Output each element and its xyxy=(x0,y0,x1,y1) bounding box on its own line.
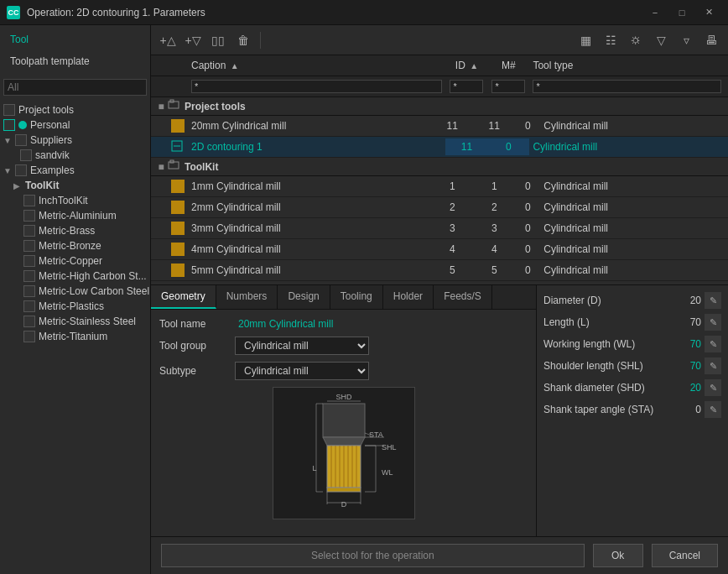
duplicate-button[interactable]: ▯▯ xyxy=(206,29,230,52)
col-header-caption[interactable]: Caption ▲ xyxy=(188,57,445,74)
prop-row-length: Length (L) 70 ✎ xyxy=(543,314,721,331)
prop-row-shoulder-length: Shoulder length (SHL) 70 ✎ xyxy=(543,357,721,374)
detail-left: Geometry Numbers Design Tooling Holder F… xyxy=(151,285,537,536)
maximize-button[interactable]: □ xyxy=(669,4,694,21)
shl-edit-button[interactable]: ✎ xyxy=(705,357,721,374)
col-header-mhash: M# xyxy=(487,57,529,74)
search-input[interactable] xyxy=(3,79,147,96)
col-header-type: Tool type xyxy=(529,57,725,74)
svg-text:D: D xyxy=(341,500,346,509)
tool-row-2d-contouring[interactable]: 2D contouring 1 11 0 Cylindrical mill xyxy=(151,137,728,158)
form-row-tool-name: Tool name 20mm Cylindrical mill xyxy=(159,318,528,330)
detail-content: Tool name 20mm Cylindrical mill Tool gro… xyxy=(151,310,536,536)
tab-tooling[interactable]: Tooling xyxy=(330,285,383,309)
tree-item-metric-bronze[interactable]: Metric-Bronze xyxy=(0,238,150,253)
length-edit-button[interactable]: ✎ xyxy=(705,314,721,331)
ok-button[interactable]: Ok xyxy=(593,544,643,567)
tool-row-3mm[interactable]: 3mm Cylindrical mill 3 3 0 Cylindrical m… xyxy=(151,218,728,239)
prop-row-working-length: Working length (WL) 70 ✎ xyxy=(543,336,721,352)
filter3-button[interactable]: ▿ xyxy=(674,29,698,52)
col-header-id[interactable]: ID ▲ xyxy=(445,57,487,74)
tab-geometry[interactable]: Geometry xyxy=(151,285,216,309)
delete-button[interactable]: 🗑 xyxy=(231,29,255,52)
tree-item-metric-titanium[interactable]: Metric-Titanium xyxy=(0,329,150,344)
tree-item-metric-brass[interactable]: Metric-Brass xyxy=(0,223,150,238)
tools-toolbar: +△ +▽ ▯▯ 🗑 ▦ ☷ ⛭ ▽ ▿ 🖶 xyxy=(151,25,728,55)
group-toolkit[interactable]: ■ ToolKit xyxy=(151,158,728,176)
wl-edit-button[interactable]: ✎ xyxy=(705,336,721,352)
tree-item-suppliers[interactable]: ▼ Suppliers xyxy=(0,133,150,148)
shd-edit-button[interactable]: ✎ xyxy=(705,379,721,396)
prop-row-shank-diameter: Shank diameter (SHD) 20 ✎ xyxy=(543,379,721,396)
close-button[interactable]: ✕ xyxy=(696,4,721,21)
app-icon: CC xyxy=(7,6,20,19)
tool-group-select[interactable]: Cylindrical mill xyxy=(235,337,369,355)
form-row-subtype: Subtype Cylindrical mill xyxy=(159,362,528,380)
sta-edit-button[interactable]: ✎ xyxy=(705,401,721,418)
svg-text:SHL: SHL xyxy=(382,443,397,451)
group-project-tools[interactable]: ■ Project tools xyxy=(151,97,728,116)
svg-text:WL: WL xyxy=(382,468,393,477)
tool-row-2mm[interactable]: 2mm Cylindrical mill 2 2 0 Cylindrical m… xyxy=(151,197,728,218)
minimize-button[interactable]: − xyxy=(642,4,668,21)
detail-right: Diameter (D) 20 ✎ Length (L) 70 ✎ Workin… xyxy=(537,285,728,536)
tree-item-personal[interactable]: Personal xyxy=(0,117,150,133)
filter-mhash-input[interactable] xyxy=(491,80,525,93)
columns-button[interactable]: ☷ xyxy=(599,29,622,52)
filter-type-input[interactable] xyxy=(533,80,721,93)
tab-tool[interactable]: Tool xyxy=(0,29,150,50)
tab-holder[interactable]: Holder xyxy=(383,285,434,309)
tab-design[interactable]: Design xyxy=(278,285,330,309)
tree-item-metric-lowcarbon[interactable]: Metric-Low Carbon Steel xyxy=(0,284,150,299)
svg-rect-20 xyxy=(327,488,361,492)
right-panel: +△ +▽ ▯▯ 🗑 ▦ ☷ ⛭ ▽ ▿ 🖶 Caption ▲ ID ▲ xyxy=(151,25,728,574)
filter-caption-input[interactable] xyxy=(191,80,442,93)
svg-text:SHD: SHD xyxy=(335,393,352,401)
form-row-tool-group: Tool group Cylindrical mill xyxy=(159,337,528,355)
add-tool-button[interactable]: +△ xyxy=(156,29,179,52)
filter-id-input[interactable] xyxy=(450,80,483,93)
tab-numbers[interactable]: Numbers xyxy=(216,285,278,309)
tree-item-examples[interactable]: ▼ Examples xyxy=(0,163,150,178)
svg-marker-11 xyxy=(323,437,365,446)
filter2-button[interactable]: ▽ xyxy=(649,29,673,52)
tool-row-20mm[interactable]: 20mm Cylindrical mill 11 11 0 Cylindrica… xyxy=(151,116,728,137)
tool-diagram: SHD STA xyxy=(159,387,528,519)
table-header: Caption ▲ ID ▲ M# Tool type xyxy=(151,55,728,76)
subtype-select[interactable]: Cylindrical mill xyxy=(235,362,369,380)
prop-row-shank-taper: Shank taper angle (STA) 0 ✎ xyxy=(543,401,721,418)
print-button[interactable]: 🖶 xyxy=(699,29,723,52)
tree-item-metric-aluminium[interactable]: Metric-Aluminium xyxy=(0,208,150,223)
detail-panel: Geometry Numbers Design Tooling Holder F… xyxy=(151,284,728,536)
window-title: Operation: 2D contouring 1. Parameters xyxy=(27,7,642,18)
cancel-button[interactable]: Cancel xyxy=(652,544,718,567)
add-from-library-button[interactable]: +▽ xyxy=(181,29,205,52)
bottom-bar: Select tool for the operation Ok Cancel xyxy=(151,536,728,574)
tree-item-sandvik[interactable]: sandvik xyxy=(0,148,150,163)
select-tool-button[interactable]: Select tool for the operation xyxy=(161,544,585,567)
tool-tree: Project tools Personal ▼ Suppliers sandv… xyxy=(0,99,150,574)
filter-icon-button[interactable]: ▦ xyxy=(574,29,597,52)
prop-row-diameter: Diameter (D) 20 ✎ xyxy=(543,292,721,309)
tree-item-metric-plastics[interactable]: Metric-Plastics xyxy=(0,299,150,314)
tab-toolpath-template[interactable]: Toolpath template xyxy=(0,50,150,72)
detail-tabs: Geometry Numbers Design Tooling Holder F… xyxy=(151,285,536,310)
diameter-edit-button[interactable]: ✎ xyxy=(705,292,721,309)
tree-item-toolkit[interactable]: ▶ ToolKit xyxy=(0,178,150,193)
tree-item-project-tools[interactable]: Project tools xyxy=(0,102,150,117)
tool-row-4mm[interactable]: 4mm Cylindrical mill 4 4 0 Cylindrical m… xyxy=(151,239,728,260)
tree-item-metric-stainless[interactable]: Metric-Stainless Steel xyxy=(0,314,150,329)
tab-feeds[interactable]: Feeds/S xyxy=(434,285,492,309)
settings-button[interactable]: ⛭ xyxy=(624,29,647,52)
tool-row-5mm[interactable]: 5mm Cylindrical mill 5 5 0 Cylindrical m… xyxy=(151,260,728,281)
tree-item-metric-highcarbon[interactable]: Metric-High Carbon St... xyxy=(0,269,150,284)
tool-row-1mm[interactable]: 1mm Cylindrical mill 1 1 0 Cylindrical m… xyxy=(151,176,728,197)
tree-item-inchtoolkit[interactable]: InchToolKit xyxy=(0,193,150,208)
svg-text:STA: STA xyxy=(369,430,383,439)
tree-item-metric-copper[interactable]: Metric-Copper xyxy=(0,253,150,269)
tools-table: Caption ▲ ID ▲ M# Tool type ■ xyxy=(151,55,728,284)
title-bar: CC Operation: 2D contouring 1. Parameter… xyxy=(0,0,728,25)
filter-row xyxy=(151,76,728,97)
left-panel: Tool Toolpath template Project tools Per… xyxy=(0,25,151,574)
svg-rect-8 xyxy=(323,404,365,437)
